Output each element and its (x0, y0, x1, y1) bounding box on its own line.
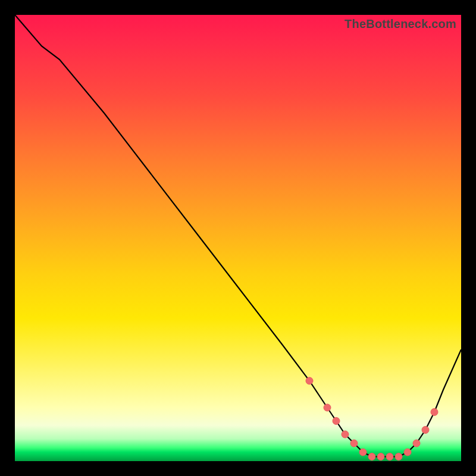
curve-marker (431, 409, 438, 416)
curve-markers (306, 377, 438, 461)
bottleneck-curve-path (15, 15, 461, 457)
curve-marker (324, 404, 331, 411)
curve-marker (342, 431, 349, 438)
bottleneck-curve-svg (15, 15, 461, 461)
curve-marker (395, 453, 402, 461)
chart-frame: TheBottleneck.com (0, 0, 476, 476)
curve-marker (377, 453, 384, 461)
curve-marker (368, 453, 375, 461)
curve-marker (404, 449, 411, 456)
curve-marker (350, 440, 358, 447)
plot-area: TheBottleneck.com (15, 15, 461, 461)
curve-marker (386, 453, 393, 461)
curve-marker (306, 377, 313, 384)
curve-marker (422, 427, 429, 434)
curve-marker (333, 418, 340, 425)
curve-marker (413, 440, 420, 447)
curve-marker (359, 449, 367, 456)
